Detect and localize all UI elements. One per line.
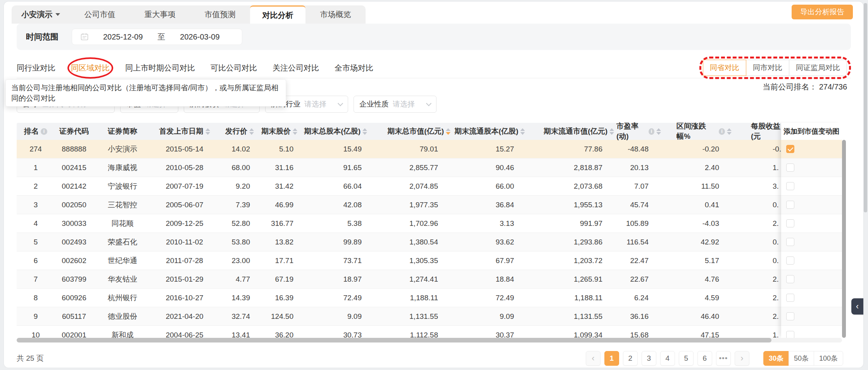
info-icon[interactable] <box>649 128 654 135</box>
checkbox-checked[interactable] <box>786 145 794 153</box>
checkbox-unchecked[interactable] <box>786 219 794 227</box>
region-mode-同省对比[interactable]: 同省对比 <box>703 60 746 76</box>
column-header-float_mv[interactable]: 期末流通市值(亿元) <box>527 123 616 140</box>
more-pages-button[interactable]: ••• <box>716 351 731 366</box>
page-button-3[interactable]: 3 <box>642 351 656 366</box>
table-row[interactable]: 274888888小安演示2015-05-1414.025.1015.4979.… <box>17 140 783 158</box>
cell-eps: -0. <box>739 140 783 158</box>
column-header-total_shares[interactable]: 期末总股本(亿股) <box>300 123 369 140</box>
side-panel-collapse-button[interactable]: ‹ <box>851 298 863 315</box>
checkbox-unchecked[interactable] <box>786 163 794 172</box>
compare-tab-同上市时期公司对比[interactable]: 同上市时期公司对比 <box>125 63 195 73</box>
info-icon[interactable] <box>719 128 725 135</box>
table-row[interactable]: 2002142宁波银行2007-07-199.2031.4266.042,074… <box>17 177 783 196</box>
sort-caret-icon[interactable] <box>656 128 661 135</box>
table-row[interactable]: 9605117德业股份2021-04-2032.74124.509.091,13… <box>17 307 783 326</box>
cell-total_mv: 1,977.35 <box>369 196 454 214</box>
table-row[interactable]: 4300033同花顺2009-12-2552.80316.775.381,702… <box>17 214 783 233</box>
checkbox-unchecked[interactable] <box>786 331 794 338</box>
start-date-value[interactable]: 2025-12-09 <box>103 33 143 41</box>
sort-caret-icon[interactable] <box>520 128 525 135</box>
cell-code: 002415 <box>55 158 93 177</box>
page-button-2[interactable]: 2 <box>623 351 638 366</box>
sort-caret-icon[interactable] <box>446 128 450 135</box>
cell-float_mv: 77.86 <box>527 140 616 158</box>
top-tab-市值预测[interactable]: 市值预测 <box>190 5 250 24</box>
cell-code: 300033 <box>55 214 93 232</box>
cell-issue_price: 14.39 <box>217 289 256 307</box>
prev-page-button[interactable]: ‹ <box>586 351 601 366</box>
cell-issue_price: 53.80 <box>217 233 256 251</box>
checkbox-unchecked[interactable] <box>786 182 794 190</box>
sort-caret-icon[interactable] <box>249 128 254 135</box>
checkbox-unchecked[interactable] <box>786 275 794 283</box>
column-header-float_shares[interactable]: 期末流通股本(亿股) <box>454 123 527 140</box>
page-size-100条[interactable]: 100条 <box>814 351 843 366</box>
cell-float_mv: 2,818.87 <box>527 158 616 177</box>
next-page-button[interactable]: › <box>735 351 749 366</box>
top-tab-重大事项[interactable]: 重大事项 <box>130 5 190 24</box>
page-button-6[interactable]: 6 <box>697 351 712 366</box>
checkbox-unchecked[interactable] <box>786 256 794 265</box>
page-size-30条[interactable]: 30条 <box>763 351 789 366</box>
page-button-5[interactable]: 5 <box>679 351 694 366</box>
table-row[interactable]: 6002602世纪华通2011-07-2823.0017.7173.711,30… <box>17 251 783 270</box>
checkbox-unchecked[interactable] <box>786 312 794 320</box>
table-vertical-scrollbar[interactable] <box>842 140 846 338</box>
page-scrollbar-thumb[interactable] <box>864 3 867 212</box>
table-row[interactable]: 10002001新和成2004-06-2513.4136.2030.731,11… <box>17 326 783 338</box>
table-row[interactable]: 7603799华友钴业2015-01-294.7767.1918.971,274… <box>17 270 783 289</box>
horizontal-scrollbar-thumb[interactable] <box>17 338 771 342</box>
column-header-close_price[interactable]: 期末股价 <box>256 123 300 140</box>
cell-float_shares: 93.62 <box>454 233 527 251</box>
checkbox-unchecked[interactable] <box>786 201 794 209</box>
cell-float_shares: 72.49 <box>454 289 527 307</box>
table-row[interactable]: 8600926杭州银行2016-10-2714.3916.3972.491,18… <box>17 289 783 307</box>
current-rank-summary: 当前公司排名： 274/736 <box>763 82 847 92</box>
sort-desc-icon <box>446 132 450 135</box>
sort-caret-icon[interactable] <box>609 128 614 135</box>
filter-select-企业性质[interactable]: 企业性质请选择 <box>354 96 437 113</box>
cell-eps: 1. <box>739 158 783 177</box>
checkbox-unchecked[interactable] <box>786 294 794 302</box>
date-range-picker[interactable]: 2025-12-09 至 2026-03-09 <box>72 29 242 45</box>
end-date-value[interactable]: 2026-03-09 <box>180 33 219 41</box>
compare-tooltip: 当前公司与注册地相同的公司对比（注册地可选择同省/同市），或与所属证监局相同的公… <box>5 79 286 107</box>
page-size-50条[interactable]: 50条 <box>789 351 814 366</box>
column-header-ipo_date[interactable]: 首发上市日期 <box>152 123 217 140</box>
sort-caret-icon[interactable] <box>727 128 732 135</box>
table-row[interactable]: 3002050三花智控2005-06-077.3946.9942.081,977… <box>17 196 783 214</box>
chart-toggle-cell <box>781 196 842 214</box>
top-tab-公司市值[interactable]: 公司市值 <box>70 5 130 24</box>
sort-asc-icon <box>520 128 525 131</box>
column-header-range_pct[interactable]: 区间涨跌幅% <box>676 123 739 140</box>
column-label: 期末总市值(亿元) <box>387 126 444 136</box>
region-mode-同证监局对比[interactable]: 同证监局对比 <box>789 60 847 76</box>
page-button-1[interactable]: 1 <box>604 351 619 366</box>
sort-asc-icon <box>446 128 450 131</box>
sort-caret-icon[interactable] <box>293 128 297 135</box>
compare-tab-同区域对比[interactable]: 同区域对比 <box>71 63 110 73</box>
region-mode-同市对比[interactable]: 同市对比 <box>746 60 789 76</box>
table-horizontal-scrollbar[interactable] <box>17 338 842 342</box>
export-report-button[interactable]: 导出分析报告 <box>792 5 853 19</box>
compare-tab-可比公司对比[interactable]: 可比公司对比 <box>211 63 257 73</box>
info-icon[interactable] <box>41 128 47 135</box>
checkbox-unchecked[interactable] <box>786 238 794 246</box>
sort-caret-icon[interactable] <box>205 128 210 135</box>
table-row[interactable]: 1002415海康威视2010-05-2868.0031.1691.652,85… <box>17 158 783 177</box>
compare-tab-全市场对比[interactable]: 全市场对比 <box>335 63 373 73</box>
top-tab-市场概览[interactable]: 市场概览 <box>305 5 366 24</box>
top-tab-对比分析[interactable]: 对比分析 <box>250 5 305 24</box>
column-header-issue_price[interactable]: 发行价 <box>217 123 256 140</box>
compare-tab-关注公司对比[interactable]: 关注公司对比 <box>273 63 319 73</box>
page-button-4[interactable]: 4 <box>660 351 675 366</box>
compare-tab-同行业对比[interactable]: 同行业对比 <box>17 63 55 73</box>
column-header-total_mv[interactable]: 期末总市值(亿元) <box>369 123 454 140</box>
cell-code: 002001 <box>55 326 93 338</box>
table-row[interactable]: 5002493荣盛石化2010-11-0253.8013.8299.891,38… <box>17 233 783 251</box>
company-selector-tab[interactable]: 小安演示 <box>12 5 70 24</box>
column-header-pe[interactable]: 市盈率(动) <box>616 123 676 140</box>
cell-name: 华友钴业 <box>93 270 152 288</box>
sort-caret-icon[interactable] <box>362 128 367 135</box>
